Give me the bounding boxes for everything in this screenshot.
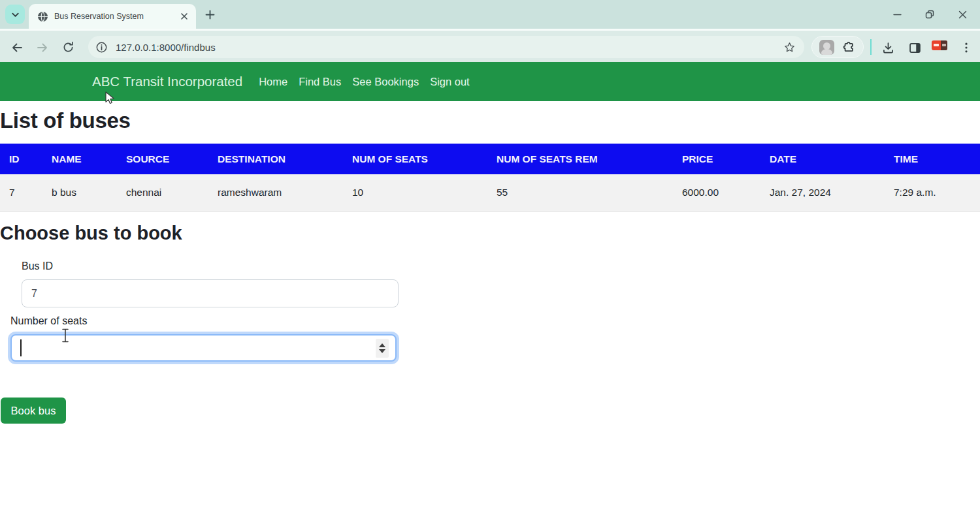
extensions-button[interactable] — [842, 40, 856, 54]
bookmark-button[interactable] — [782, 40, 796, 54]
side-panel-icon — [908, 41, 922, 55]
globe-favicon-icon — [37, 11, 48, 22]
col-destination: DESTINATION — [208, 144, 343, 174]
extension-badge-icon[interactable] — [932, 40, 947, 50]
bus-id-input[interactable] — [22, 279, 399, 307]
kebab-menu-icon — [960, 42, 972, 54]
address-bar[interactable]: 127.0.0.1:8000/findbus — [88, 36, 804, 58]
cell-destination: rameshwaram — [208, 174, 343, 211]
avatar-head — [823, 42, 830, 50]
downloads-button[interactable] — [877, 37, 899, 59]
num-seats-input[interactable] — [10, 334, 397, 362]
nav-links: Home Find Bus See Bookings Sign out — [259, 76, 470, 88]
table-header-row: ID NAME SOURCE DESTINATION NUM OF SEATS … — [0, 144, 980, 174]
site-info-icon[interactable] — [96, 42, 107, 53]
tab-search-button[interactable] — [5, 5, 25, 24]
cell-name: b bus — [42, 174, 117, 211]
cell-source: chennai — [117, 174, 208, 211]
stepper-up-icon[interactable] — [379, 343, 385, 347]
avatar-body — [821, 49, 832, 55]
download-icon — [881, 41, 895, 55]
col-price: PRICE — [673, 144, 760, 174]
reload-button[interactable] — [57, 37, 79, 58]
plus-icon — [205, 10, 215, 20]
nav-link-home[interactable]: Home — [259, 76, 287, 88]
browser-tab[interactable]: Bus Reservation System — [29, 4, 196, 29]
nav-link-sign-out[interactable]: Sign out — [430, 76, 470, 88]
cell-time: 7:29 a.m. — [885, 174, 980, 211]
browser-window: Bus Reservation System — [0, 0, 980, 515]
toolbar-divider — [870, 39, 872, 55]
col-num-seats-rem: NUM OF SEATS REM — [487, 144, 673, 174]
close-icon — [958, 10, 967, 19]
cell-price: 6000.00 — [673, 174, 760, 211]
minimize-icon — [893, 10, 902, 19]
book-bus-button[interactable]: Book bus — [1, 398, 66, 424]
new-tab-button[interactable] — [201, 6, 218, 23]
browser-menu-button[interactable] — [955, 37, 977, 59]
nav-link-find-bus[interactable]: Find Bus — [299, 76, 341, 88]
number-stepper[interactable] — [376, 339, 389, 358]
back-button[interactable] — [6, 37, 27, 58]
cell-id: 7 — [0, 174, 42, 211]
maximize-button[interactable] — [913, 0, 946, 29]
browser-toolbar: 127.0.0.1:8000/findbus — [0, 29, 980, 62]
close-icon — [180, 12, 188, 20]
profile-avatar[interactable] — [819, 40, 834, 55]
url-text[interactable]: 127.0.0.1:8000/findbus — [116, 42, 782, 53]
back-arrow-icon — [10, 41, 24, 54]
site-navbar: ABC Transit Incorporated Home Find Bus S… — [0, 62, 980, 101]
tab-strip: Bus Reservation System — [0, 0, 980, 29]
page-title: List of buses — [0, 108, 131, 133]
minimize-button[interactable] — [881, 0, 913, 29]
tab-title: Bus Reservation System — [54, 12, 178, 21]
close-window-button[interactable] — [946, 0, 979, 29]
restore-icon — [925, 10, 934, 19]
forward-arrow-icon — [36, 41, 49, 54]
form-heading: Choose bus to book — [0, 223, 182, 244]
bus-table: ID NAME SOURCE DESTINATION NUM OF SEATS … — [0, 144, 980, 212]
navbar-brand[interactable]: ABC Transit Incorporated — [92, 74, 242, 89]
col-time: TIME — [885, 144, 980, 174]
col-id: ID — [0, 144, 42, 174]
num-seats-label: Number of seats — [10, 315, 87, 327]
window-controls — [881, 0, 979, 29]
reload-icon — [62, 41, 74, 54]
col-num-seats: NUM OF SEATS — [343, 144, 487, 174]
profile-extensions-pill — [811, 36, 864, 58]
col-source: SOURCE — [117, 144, 208, 174]
forward-button[interactable] — [31, 37, 53, 58]
star-icon — [783, 41, 796, 54]
table-row: 7 b bus chennai rameshwaram 10 55 6000.0… — [0, 174, 980, 211]
col-date: DATE — [760, 144, 885, 174]
puzzle-icon — [842, 40, 856, 54]
nav-link-see-bookings[interactable]: See Bookings — [352, 76, 419, 88]
bus-id-label: Bus ID — [22, 260, 53, 272]
cell-date: Jan. 27, 2024 — [760, 174, 885, 211]
stepper-down-icon[interactable] — [379, 349, 385, 353]
chevron-down-icon — [10, 10, 20, 20]
col-name: NAME — [42, 144, 117, 174]
cell-num-seats: 10 — [343, 174, 487, 211]
tab-close-button[interactable] — [178, 11, 189, 22]
side-panel-button[interactable] — [904, 37, 926, 59]
text-caret — [20, 339, 22, 356]
cell-num-seats-rem: 55 — [487, 174, 673, 211]
